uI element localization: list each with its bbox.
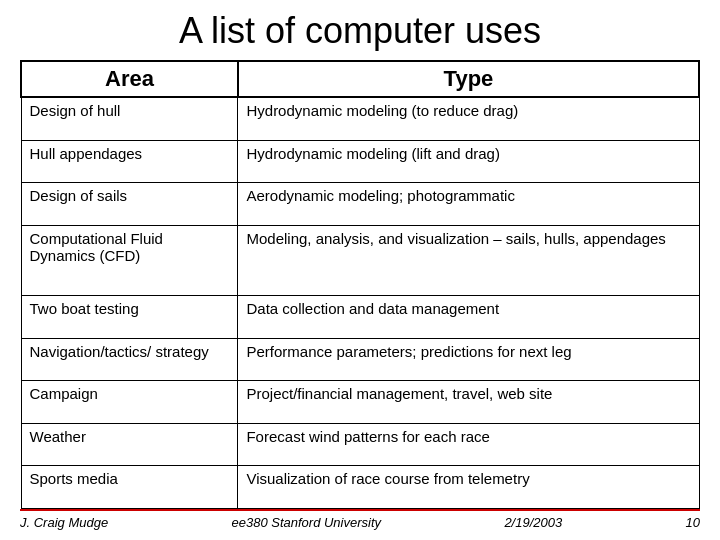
area-cell: Hull appendages xyxy=(21,140,238,183)
table-row: CampaignProject/financial management, tr… xyxy=(21,381,699,424)
type-cell: Hydrodynamic modeling (lift and drag) xyxy=(238,140,699,183)
area-cell: Campaign xyxy=(21,381,238,424)
footer-date: 2/19/2003 xyxy=(504,515,562,530)
header-area: Area xyxy=(21,61,238,97)
table-row: Navigation/tactics/ strategyPerformance … xyxy=(21,338,699,381)
footer-author: J. Craig Mudge xyxy=(20,515,108,530)
slide-footer: J. Craig Mudge ee380 Stanford University… xyxy=(20,509,700,530)
computer-uses-table: Area Type Design of hullHydrodynamic mod… xyxy=(20,60,700,509)
footer-course: ee380 Stanford University xyxy=(231,515,381,530)
header-type: Type xyxy=(238,61,699,97)
table-row: Design of hullHydrodynamic modeling (to … xyxy=(21,97,699,140)
table-row: Design of sailsAerodynamic modeling; pho… xyxy=(21,183,699,226)
area-cell: Two boat testing xyxy=(21,296,238,339)
type-cell: Performance parameters; predictions for … xyxy=(238,338,699,381)
slide-title: A list of computer uses xyxy=(20,10,700,52)
area-cell: Sports media xyxy=(21,466,238,509)
slide-container: A list of computer uses Area Type Design… xyxy=(0,0,720,540)
area-cell: Design of sails xyxy=(21,183,238,226)
area-cell: Design of hull xyxy=(21,97,238,140)
type-cell: Aerodynamic modeling; photogrammatic xyxy=(238,183,699,226)
type-cell: Forecast wind patterns for each race xyxy=(238,423,699,466)
type-cell: Modeling, analysis, and visualization – … xyxy=(238,225,699,295)
type-cell: Visualization of race course from teleme… xyxy=(238,466,699,509)
footer-page: 10 xyxy=(686,515,700,530)
table-row: WeatherForecast wind patterns for each r… xyxy=(21,423,699,466)
type-cell: Hydrodynamic modeling (to reduce drag) xyxy=(238,97,699,140)
type-cell: Data collection and data management xyxy=(238,296,699,339)
table-row: Computational Fluid Dynamics (CFD)Modeli… xyxy=(21,225,699,295)
area-cell: Weather xyxy=(21,423,238,466)
table-row: Two boat testingData collection and data… xyxy=(21,296,699,339)
type-cell: Project/financial management, travel, we… xyxy=(238,381,699,424)
area-cell: Navigation/tactics/ strategy xyxy=(21,338,238,381)
area-cell: Computational Fluid Dynamics (CFD) xyxy=(21,225,238,295)
table-row: Hull appendagesHydrodynamic modeling (li… xyxy=(21,140,699,183)
table-row: Sports mediaVisualization of race course… xyxy=(21,466,699,509)
